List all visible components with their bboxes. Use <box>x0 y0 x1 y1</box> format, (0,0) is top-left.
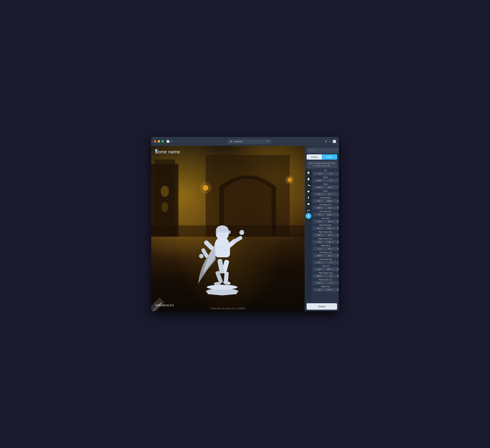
bone-value-input[interactable] <box>313 220 322 223</box>
bone-value-input[interactable] <box>333 274 339 278</box>
bone-value-input[interactable] <box>323 254 332 257</box>
decrement-button[interactable]: − <box>322 206 323 210</box>
decrement-button[interactable]: − <box>322 192 323 196</box>
bone-value-input[interactable] <box>333 220 339 223</box>
decrement-button[interactable]: − <box>322 281 323 285</box>
decrement-button[interactable]: − <box>322 288 323 292</box>
decrement-button[interactable]: − <box>332 260 333 264</box>
viewport[interactable]: some name <box>151 146 305 311</box>
bone-value-input[interactable] <box>323 281 332 285</box>
chevron-down-icon[interactable]: ▾ <box>171 140 172 143</box>
bone-value-input[interactable] <box>323 268 332 271</box>
export-button[interactable]: Export <box>306 303 337 310</box>
bone-value-input[interactable] <box>333 261 339 264</box>
bone-value-input[interactable] <box>333 254 339 257</box>
decrement-button[interactable]: − <box>322 233 323 237</box>
bone-value-input[interactable] <box>313 227 322 230</box>
bone-value-input[interactable] <box>333 186 339 189</box>
bone-value-input[interactable] <box>313 213 322 216</box>
bone-value-input[interactable] <box>323 172 332 175</box>
decrement-button[interactable]: − <box>332 213 333 216</box>
bone-value-input[interactable] <box>323 288 332 291</box>
pose-icon[interactable] <box>306 213 311 219</box>
bone-value-input[interactable] <box>323 240 332 244</box>
bone-value-input[interactable] <box>313 206 322 209</box>
decrement-button[interactable]: − <box>322 220 323 223</box>
decrement-button[interactable]: − <box>332 185 333 189</box>
head-icon[interactable] <box>306 170 311 176</box>
address-bar[interactable]: 🖥 localhost ↻ <box>227 139 272 144</box>
decrement-button[interactable]: − <box>332 254 333 258</box>
refresh-icon[interactable]: ↻ <box>267 140 269 143</box>
decrement-button[interactable]: − <box>332 220 333 223</box>
bone-value-input[interactable] <box>333 179 339 182</box>
decrement-button[interactable]: − <box>332 267 333 271</box>
new-tab-icon[interactable]: + <box>329 140 331 143</box>
share-icon[interactable]: ⬆ <box>325 140 327 143</box>
bone-value-input[interactable] <box>313 179 322 182</box>
bone-value-input[interactable] <box>313 274 322 278</box>
bone-value-input[interactable] <box>323 179 332 182</box>
bone-value-input[interactable] <box>323 206 332 209</box>
decrement-button[interactable]: − <box>322 274 323 278</box>
bone-value-input[interactable] <box>333 240 339 244</box>
bone-value-input[interactable] <box>323 261 332 264</box>
bone-value-input[interactable] <box>313 261 322 264</box>
bone-value-input[interactable] <box>313 186 322 189</box>
decrement-button[interactable]: − <box>332 172 333 176</box>
decrement-button[interactable]: − <box>322 179 323 182</box>
back-icon[interactable]: ‹ <box>173 140 174 143</box>
bone-value-input[interactable] <box>333 288 339 291</box>
bone-value-input[interactable] <box>323 247 332 251</box>
bone-value-input[interactable] <box>313 233 322 237</box>
bone-value-input[interactable] <box>333 227 339 230</box>
decrement-button[interactable]: − <box>332 179 333 182</box>
bone-value-input[interactable] <box>323 220 332 223</box>
minimize-button[interactable] <box>158 140 160 143</box>
decrement-button[interactable]: − <box>332 233 333 237</box>
bone-value-input[interactable] <box>323 192 332 196</box>
bone-value-input[interactable] <box>323 199 332 203</box>
bone-value-input[interactable] <box>333 268 339 271</box>
bone-value-input[interactable] <box>313 288 322 291</box>
bone-value-input[interactable] <box>313 172 322 175</box>
decrement-button[interactable]: − <box>322 267 323 271</box>
maximize-button[interactable] <box>161 140 164 143</box>
decrement-button[interactable]: − <box>322 254 323 258</box>
decrement-button[interactable]: − <box>322 172 323 176</box>
arm-icon[interactable] <box>306 182 311 188</box>
bone-value-input[interactable] <box>323 274 332 278</box>
decrement-button[interactable]: − <box>322 260 323 264</box>
bone-value-input[interactable] <box>333 206 339 209</box>
decrement-button[interactable]: − <box>322 247 323 251</box>
tabs-icon[interactable]: ⬜ <box>333 140 336 143</box>
bone-value-input[interactable] <box>313 281 322 285</box>
torso-icon[interactable] <box>306 176 311 182</box>
decrement-button[interactable]: − <box>322 240 323 244</box>
base-icon[interactable] <box>306 207 311 213</box>
bone-value-input[interactable] <box>333 233 339 237</box>
bone-value-input[interactable] <box>333 247 339 251</box>
bone-value-input[interactable] <box>333 213 339 216</box>
bone-value-input[interactable] <box>333 172 339 175</box>
decrement-button[interactable]: − <box>332 288 333 292</box>
decrement-button[interactable]: − <box>332 192 333 196</box>
decrement-button[interactable]: − <box>332 226 333 230</box>
search-input[interactable] <box>306 148 339 153</box>
bone-value-input[interactable] <box>323 186 332 189</box>
decrement-button[interactable]: − <box>332 274 333 278</box>
decrement-button[interactable]: − <box>332 199 333 203</box>
bone-value-input[interactable] <box>333 281 339 285</box>
decrement-button[interactable]: − <box>322 199 323 203</box>
decrement-button[interactable]: − <box>332 206 333 210</box>
bone-value-input[interactable] <box>313 240 322 244</box>
bone-value-input[interactable] <box>313 199 322 203</box>
bone-value-input[interactable] <box>333 192 339 196</box>
sidebar-toggle-icon[interactable]: ⬜ <box>166 140 169 143</box>
foot-icon[interactable] <box>306 201 311 206</box>
decrement-button[interactable]: − <box>322 226 323 230</box>
close-button[interactable] <box>154 140 156 143</box>
tab-poses[interactable]: Poses <box>306 154 322 160</box>
bone-value-input[interactable] <box>313 247 322 251</box>
decrement-button[interactable]: − <box>322 213 323 216</box>
